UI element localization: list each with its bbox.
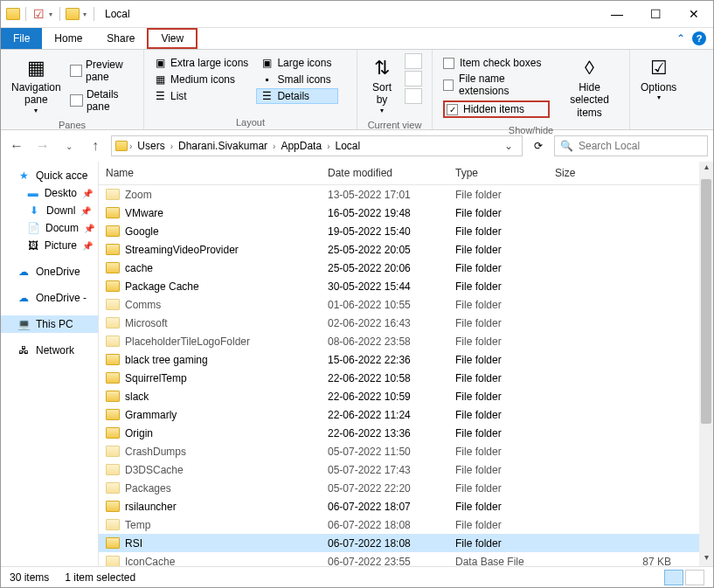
col-name[interactable]: Name (106, 167, 328, 179)
table-row[interactable]: cache25-05-2022 20:06File folder (99, 259, 713, 277)
checkbox-icon (443, 80, 454, 91)
layout-medium[interactable]: ▦Medium icons (149, 72, 255, 87)
recent-button[interactable]: ⌄ (59, 135, 80, 156)
scroll-thumb[interactable] (701, 179, 711, 424)
scroll-up-icon[interactable]: ▴ (699, 162, 713, 176)
cloud-icon: ☁ (17, 292, 31, 304)
help-icon[interactable]: ? (692, 31, 706, 45)
breadcrumb[interactable]: › Users› Dharani.Sivakumar› AppData› Loc… (111, 135, 523, 156)
file-type: Data Base File (455, 556, 555, 567)
sidebar-this-pc[interactable]: 💻This PC (1, 315, 98, 333)
table-row[interactable]: Grammarly22-06-2022 11:24File folder (99, 405, 713, 424)
sort-by-button[interactable]: ⇅ Sort by ▾ (363, 53, 401, 116)
scroll-down-icon[interactable]: ▾ (699, 552, 713, 566)
table-row[interactable]: RSI06-07-2022 18:08File folder (99, 534, 713, 552)
folder-icon (106, 299, 120, 310)
sidebar-quick-access[interactable]: ★Quick acce (1, 167, 98, 184)
col-size[interactable]: Size (555, 167, 706, 179)
add-columns-button[interactable] (405, 71, 422, 86)
details-pane-button[interactable]: Details pane (66, 86, 138, 114)
qat-check-icon[interactable]: ☑ (31, 7, 45, 21)
file-type: File folder (455, 501, 555, 513)
minimize-button[interactable]: — (598, 1, 636, 27)
layout-xlarge[interactable]: ▣Extra large icons (149, 55, 255, 71)
breadcrumb-seg[interactable]: AppData (277, 140, 325, 152)
file-type: File folder (455, 225, 555, 238)
table-row[interactable]: Package Cache30-05-2022 15:44File folder (99, 277, 713, 295)
folder-icon (106, 336, 120, 347)
sidebar-onedrive-2[interactable]: ☁OneDrive - (1, 289, 98, 307)
table-row[interactable]: Temp06-07-2022 18:08File folder (99, 515, 713, 534)
breadcrumb-seg[interactable]: Dharani.Sivakumar (175, 140, 271, 152)
table-row[interactable]: rsilauncher06-07-2022 18:07File folder (99, 497, 713, 515)
file-extensions-toggle[interactable]: File name extensions (443, 73, 550, 97)
sidebar-item-downloads[interactable]: ⬇Downl📌 (1, 202, 98, 219)
up-button[interactable]: ↑ (85, 135, 106, 156)
table-row[interactable]: Comms01-06-2022 10:55File folder (99, 295, 713, 314)
table-row[interactable]: IconCache06-07-2022 23:55Data Base File8… (99, 552, 713, 566)
preview-pane-button[interactable]: Preview pane (66, 57, 138, 85)
layout-small[interactable]: ▪Small icons (256, 72, 338, 87)
thumbnails-view-toggle[interactable] (685, 570, 704, 585)
maximize-button[interactable]: ☐ (636, 1, 675, 27)
folder-icon (106, 317, 120, 329)
size-columns-button[interactable] (405, 88, 422, 104)
tab-share[interactable]: Share (94, 28, 147, 49)
hide-selected-button[interactable]: ◊ Hide selected items (555, 53, 624, 121)
layout-details[interactable]: ☰Details (256, 88, 338, 104)
file-list-area: Name Date modified Type Size Zoom13-05-2… (99, 162, 713, 566)
options-button[interactable]: ☑ Options ▾ (635, 53, 682, 104)
table-row[interactable]: Zoom13-05-2022 17:01File folder (99, 185, 713, 204)
file-type: File folder (455, 482, 555, 495)
breadcrumb-seg[interactable]: Local (331, 140, 364, 152)
navigation-pane-button[interactable]: ▦ Navigation pane ▾ (6, 53, 66, 116)
table-row[interactable]: PlaceholderTileLogoFolder08-06-2022 23:5… (99, 332, 713, 350)
table-row[interactable]: Microsoft02-06-2022 16:43File folder (99, 314, 713, 332)
col-date[interactable]: Date modified (328, 167, 455, 179)
table-row[interactable]: slack22-06-2022 10:59File folder (99, 387, 713, 405)
layout-list[interactable]: ☰List (149, 88, 255, 104)
sidebar-item-desktop[interactable]: ▬Deskto📌 (1, 184, 98, 202)
table-row[interactable]: Origin22-06-2022 13:36File folder (99, 424, 713, 442)
hidden-items-toggle[interactable]: ✓Hidden items (443, 100, 550, 118)
file-name: black tree gaming (125, 354, 208, 366)
sidebar-onedrive[interactable]: ☁OneDrive (1, 263, 98, 280)
tab-view[interactable]: View (147, 28, 198, 49)
table-row[interactable]: CrashDumps05-07-2022 11:50File folder (99, 442, 713, 460)
sidebar-network[interactable]: 🖧Network (1, 342, 98, 359)
pin-icon: 📌 (84, 224, 94, 233)
file-type: File folder (455, 519, 555, 531)
file-date: 13-05-2022 17:01 (328, 189, 455, 201)
file-type: File folder (455, 464, 555, 476)
table-row[interactable]: StreamingVideoProvider25-05-2022 20:05Fi… (99, 240, 713, 259)
table-row[interactable]: Packages05-07-2022 22:20File folder (99, 479, 713, 497)
folder-icon (106, 280, 120, 292)
qat-dropdown-2[interactable]: ▾ (81, 10, 88, 18)
tab-home[interactable]: Home (42, 28, 94, 49)
sidebar-item-documents[interactable]: 📄Docum📌 (1, 219, 98, 237)
breadcrumb-seg[interactable]: Users (134, 140, 168, 152)
table-row[interactable]: SquirrelTemp22-06-2022 10:58File folder (99, 369, 713, 387)
back-button[interactable]: ← (6, 135, 27, 156)
file-name: Zoom (125, 189, 152, 201)
qat-dropdown[interactable]: ▾ (47, 10, 54, 18)
tab-file[interactable]: File (1, 28, 42, 49)
refresh-button[interactable]: ⟳ (528, 135, 549, 156)
table-row[interactable]: D3DSCache05-07-2022 17:43File folder (99, 460, 713, 479)
col-type[interactable]: Type (455, 167, 555, 179)
file-name: RSI (125, 537, 142, 550)
table-row[interactable]: VMware16-05-2022 19:48File folder (99, 204, 713, 222)
search-input[interactable]: 🔍 Search Local (554, 135, 708, 156)
forward-button[interactable]: → (32, 135, 53, 156)
table-row[interactable]: black tree gaming15-06-2022 22:36File fo… (99, 350, 713, 369)
scrollbar[interactable]: ▴ ▾ (699, 162, 713, 566)
layout-large[interactable]: ▣Large icons (256, 55, 338, 71)
table-row[interactable]: Google19-05-2022 15:40File folder (99, 222, 713, 240)
close-button[interactable]: ✕ (675, 1, 713, 27)
sidebar-item-pictures[interactable]: 🖼Picture📌 (1, 237, 98, 254)
group-by-button[interactable] (405, 53, 422, 69)
item-check-boxes-toggle[interactable]: Item check boxes (443, 57, 550, 69)
details-view-toggle[interactable] (664, 570, 683, 585)
breadcrumb-dropdown-icon[interactable]: ⌄ (504, 140, 518, 152)
ribbon-collapse-icon[interactable]: ⌃ (676, 32, 685, 45)
